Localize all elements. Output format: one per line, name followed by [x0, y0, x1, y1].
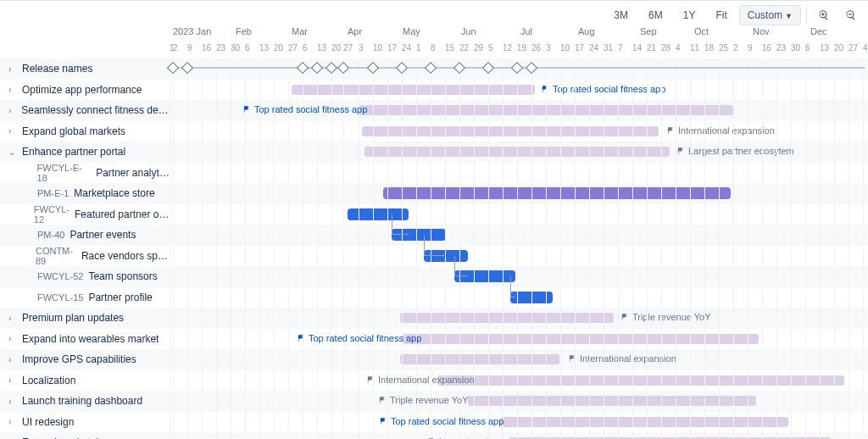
chevron-right-icon[interactable]: ›: [8, 85, 17, 94]
timeline-bar[interactable]: [454, 270, 515, 282]
zoom-in-button[interactable]: [812, 4, 836, 26]
row-left[interactable]: FWCYL-E-18Partner analytics: [0, 163, 170, 184]
row-left[interactable]: FWCYL-12Featured partner of the month: [0, 204, 170, 225]
timeline-bar[interactable]: [348, 208, 409, 220]
range-3m-button[interactable]: 3M: [605, 5, 637, 25]
timeline-bar[interactable]: [359, 105, 733, 115]
goal-flag[interactable]: International expansion: [366, 375, 475, 385]
release-marker[interactable]: [511, 62, 523, 74]
timeline-bar[interactable]: [362, 126, 659, 136]
zoom-out-button[interactable]: [839, 4, 863, 26]
row-name: Premium plan updates: [22, 312, 124, 324]
row-timeline-cell: Largest partner ecosytem: [170, 432, 868, 439]
row-left[interactable]: ›Expand marketplace: [0, 432, 170, 439]
timeline-bar[interactable]: [400, 313, 614, 323]
release-marker[interactable]: [425, 62, 437, 74]
release-marker[interactable]: [396, 62, 408, 74]
issue-key[interactable]: PM-E-1: [37, 188, 69, 198]
goal-flag[interactable]: Top rated social fitness app: [379, 416, 504, 426]
goal-flag[interactable]: Triple revenue YoY: [620, 312, 711, 322]
row-name: Enhance partner portal: [22, 146, 125, 158]
issue-key[interactable]: FWCYL-E-18: [37, 163, 92, 183]
release-marker[interactable]: [181, 62, 193, 74]
goal-flag[interactable]: Triple revenue YoY: [378, 395, 469, 405]
release-marker[interactable]: [326, 62, 337, 74]
issue-key[interactable]: FWCYL-15: [37, 292, 83, 303]
release-marker[interactable]: [297, 62, 309, 74]
timeline-bar[interactable]: [468, 396, 756, 406]
roadmap-app: 3M 6M 1Y Fit Custom▼ 2023 JanFebMarAprMa…: [0, 0, 868, 439]
row-left[interactable]: ›Premium plan updates: [0, 308, 170, 329]
issue-key[interactable]: CONTM-89: [36, 246, 76, 266]
row-name: UI redesign: [22, 416, 74, 428]
row-left[interactable]: ›Release names: [0, 58, 170, 80]
month-label: Feb: [236, 26, 252, 36]
row-left[interactable]: ›UI redesign: [0, 412, 170, 433]
child-row: FWCYL-E-18Partner analytics: [0, 163, 868, 184]
row-name: Expand global markets: [22, 125, 125, 137]
timeline-bar[interactable]: [500, 417, 788, 427]
release-marker[interactable]: [167, 62, 179, 74]
issue-key[interactable]: FWCYL-12: [34, 204, 70, 225]
row-left[interactable]: ›Expand into wearables market: [0, 329, 170, 350]
row-left[interactable]: ›Improve GPS capabilities: [0, 349, 170, 370]
release-marker[interactable]: [311, 62, 323, 74]
day-label: 21: [647, 43, 656, 53]
release-marker[interactable]: [482, 62, 494, 74]
range-custom-button[interactable]: Custom▼: [739, 5, 801, 25]
timeline-bar[interactable]: [403, 334, 759, 344]
chevron-right-icon[interactable]: ›: [8, 397, 17, 406]
chevron-right-icon[interactable]: ›: [8, 375, 17, 385]
timeline-bar[interactable]: [400, 354, 559, 364]
timeline-bar[interactable]: [510, 292, 553, 303]
row-left[interactable]: PM-40Partner events: [0, 225, 170, 246]
zoom-out-icon: [845, 9, 857, 21]
issue-key[interactable]: PM-40: [37, 230, 64, 240]
chevron-right-icon[interactable]: ›: [8, 417, 17, 426]
release-marker[interactable]: [453, 62, 465, 74]
chevron-right-icon[interactable]: ›: [8, 126, 17, 136]
row-timeline-cell: International expansion: [170, 349, 868, 370]
goal-flag[interactable]: Top rated social fitness app: [242, 104, 367, 114]
row-left[interactable]: PM-E-1Marketplace store: [0, 183, 170, 204]
release-marker[interactable]: [526, 62, 537, 74]
release-marker[interactable]: [337, 62, 349, 74]
range-6m-button[interactable]: 6M: [640, 5, 671, 25]
epic-row: ›LocalizationInternational expansion: [0, 370, 868, 392]
timeline-bar[interactable]: [437, 375, 844, 386]
goal-flag[interactable]: Top rated social fitness app: [297, 333, 421, 343]
row-timeline-cell: Top rated social fitness app: [170, 100, 868, 121]
row-left[interactable]: FWCYL-52Team sponsors: [0, 266, 170, 287]
goal-flag[interactable]: International expansion: [568, 353, 676, 364]
row-left[interactable]: FWCYL-15Partner profile: [0, 287, 170, 308]
row-left[interactable]: ›Launch training dashboard: [0, 391, 170, 412]
goal-flag[interactable]: Largest partner ecosytem: [676, 146, 794, 156]
row-timeline-cell: [170, 204, 868, 225]
timeline-bar[interactable]: [383, 187, 731, 199]
timeline-bar[interactable]: [292, 85, 535, 95]
issue-key[interactable]: FWCYL-52: [37, 271, 83, 281]
epic-row: ⌄Enhance partner portalLargest partner e…: [0, 142, 868, 163]
timeline-bar[interactable]: [392, 229, 446, 241]
row-left[interactable]: ›Localization: [0, 370, 170, 392]
goal-flag[interactable]: Top rated social fitness app: [541, 84, 665, 94]
chevron-right-icon[interactable]: ›: [8, 64, 17, 74]
chevron-down-icon[interactable]: ⌄: [8, 147, 17, 157]
row-left[interactable]: ⌄Enhance partner portal: [0, 142, 170, 163]
chevron-right-icon[interactable]: ›: [8, 334, 17, 343]
day-label: 12: [503, 43, 512, 53]
range-1y-button[interactable]: 1Y: [675, 5, 704, 25]
row-left[interactable]: CONTM-89Race vendors spotlight: [0, 246, 170, 267]
row-timeline-cell: Top rated social fitness app: [170, 80, 868, 101]
range-fit-button[interactable]: Fit: [707, 5, 735, 25]
row-left[interactable]: ›Optimize app performance: [0, 80, 170, 101]
chevron-right-icon[interactable]: ›: [8, 355, 17, 364]
release-marker[interactable]: [367, 62, 379, 74]
chevron-right-icon[interactable]: ›: [8, 106, 16, 115]
timeline-bar[interactable]: [364, 147, 670, 157]
row-left[interactable]: ›Seamlessly connect fitness devices: [0, 100, 170, 121]
chevron-right-icon[interactable]: ›: [8, 314, 17, 323]
row-left[interactable]: ›Expand global markets: [0, 121, 170, 142]
timeline-bar[interactable]: [424, 250, 468, 262]
goal-flag[interactable]: International expansion: [666, 125, 775, 136]
